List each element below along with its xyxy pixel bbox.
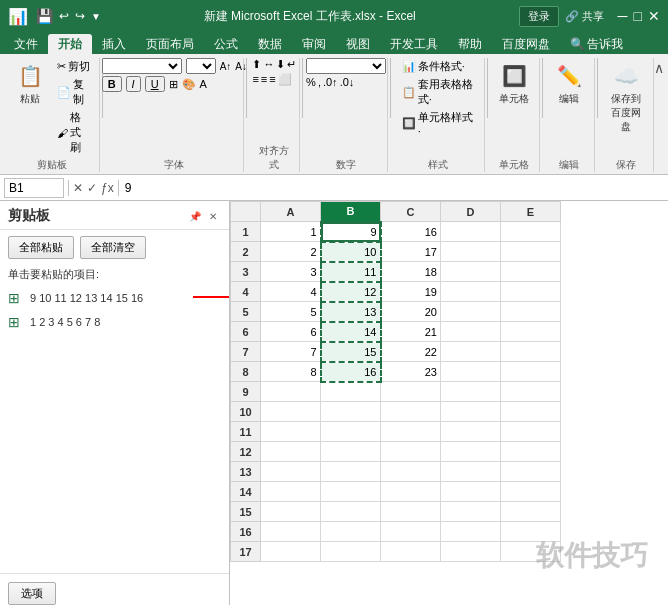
cell[interactable] — [501, 222, 561, 242]
number-format-select[interactable] — [306, 58, 386, 74]
table-style-btn[interactable]: 📋套用表格格式· — [399, 76, 478, 108]
cut-button[interactable]: ✂剪切 — [54, 58, 93, 75]
cell[interactable] — [501, 482, 561, 502]
toolbar-more[interactable]: ▼ — [91, 11, 101, 22]
align-bottom-btn[interactable]: ⬇ — [276, 58, 285, 71]
cell[interactable] — [441, 462, 501, 482]
paste-button[interactable]: 📋 粘贴 — [10, 58, 50, 108]
save-to-baidu-btn[interactable]: ☁️ 保存到 百度网盘 — [605, 58, 647, 136]
cell[interactable]: 15 — [321, 342, 381, 362]
align-center-btn[interactable]: ≡ — [261, 73, 267, 86]
cell[interactable] — [261, 462, 321, 482]
bold-btn[interactable]: B — [102, 76, 122, 92]
cell[interactable] — [261, 522, 321, 542]
cell[interactable] — [321, 422, 381, 442]
row-header-7[interactable]: 7 — [231, 342, 261, 362]
insert-function-btn[interactable]: ƒx — [101, 181, 114, 195]
cell[interactable]: 2 — [261, 242, 321, 262]
cell[interactable]: 18 — [381, 262, 441, 282]
row-header-9[interactable]: 9 — [231, 382, 261, 402]
cell[interactable] — [441, 362, 501, 382]
options-button[interactable]: 选项 — [8, 582, 56, 605]
cell[interactable] — [441, 342, 501, 362]
cell[interactable] — [501, 502, 561, 522]
decrease-decimal-btn[interactable]: .0↓ — [340, 76, 355, 88]
cell[interactable] — [321, 522, 381, 542]
cell[interactable] — [321, 402, 381, 422]
align-right-btn[interactable]: ≡ — [269, 73, 275, 86]
tab-file[interactable]: 文件 — [4, 34, 48, 54]
clipboard-pin-btn[interactable]: 📌 — [187, 208, 203, 224]
tab-view[interactable]: 视图 — [336, 34, 380, 54]
cell[interactable] — [441, 502, 501, 522]
cell[interactable]: 7 — [261, 342, 321, 362]
cells-btn[interactable]: 🔲 单元格 — [494, 58, 534, 108]
cell[interactable] — [441, 402, 501, 422]
cell[interactable]: 9 — [321, 222, 381, 242]
underline-btn[interactable]: U — [145, 76, 165, 92]
cell-style-btn[interactable]: 🔲单元格样式· — [399, 109, 478, 138]
cell[interactable]: 23 — [381, 362, 441, 382]
cell[interactable] — [261, 382, 321, 402]
spreadsheet[interactable]: A B C D E 119162210173311184412195513206… — [230, 201, 668, 605]
cell[interactable] — [441, 282, 501, 302]
copy-button[interactable]: 📄复制 — [54, 76, 93, 108]
row-header-4[interactable]: 4 — [231, 282, 261, 302]
col-header-c[interactable]: C — [381, 202, 441, 222]
cell[interactable]: 21 — [381, 322, 441, 342]
comma-btn[interactable]: , — [318, 76, 321, 88]
tab-help[interactable]: 帮助 — [448, 34, 492, 54]
cell[interactable] — [381, 382, 441, 402]
col-header-e[interactable]: E — [501, 202, 561, 222]
row-header-17[interactable]: 17 — [231, 542, 261, 562]
cell[interactable] — [441, 482, 501, 502]
cell[interactable] — [441, 542, 501, 562]
row-header-1[interactable]: 1 — [231, 222, 261, 242]
cell[interactable] — [321, 542, 381, 562]
confirm-formula-btn[interactable]: ✓ — [87, 181, 97, 195]
decrease-font-btn[interactable]: A↓ — [235, 61, 247, 72]
redo-btn[interactable]: ↪ — [75, 9, 85, 23]
tab-page-layout[interactable]: 页面布局 — [136, 34, 204, 54]
cell[interactable] — [441, 242, 501, 262]
cell[interactable] — [501, 422, 561, 442]
cell[interactable] — [261, 442, 321, 462]
tab-developer[interactable]: 开发工具 — [380, 34, 448, 54]
row-header-15[interactable]: 15 — [231, 502, 261, 522]
cancel-formula-btn[interactable]: ✕ — [73, 181, 83, 195]
cell[interactable] — [321, 462, 381, 482]
increase-decimal-btn[interactable]: .0↑ — [323, 76, 338, 88]
cell[interactable] — [501, 542, 561, 562]
cell[interactable] — [501, 242, 561, 262]
cell[interactable] — [501, 462, 561, 482]
cell[interactable] — [441, 442, 501, 462]
cell[interactable]: 16 — [381, 222, 441, 242]
cell[interactable] — [501, 402, 561, 422]
tab-baidu[interactable]: 百度网盘 — [492, 34, 560, 54]
cell[interactable] — [261, 542, 321, 562]
cell[interactable] — [381, 462, 441, 482]
cell[interactable]: 11 — [321, 262, 381, 282]
row-header-13[interactable]: 13 — [231, 462, 261, 482]
tab-tell-me[interactable]: 🔍告诉我 — [560, 34, 633, 54]
ribbon-collapse-btn[interactable]: ∧ — [654, 60, 664, 76]
cell[interactable] — [381, 402, 441, 422]
cell[interactable] — [441, 262, 501, 282]
row-header-3[interactable]: 3 — [231, 262, 261, 282]
paste-all-button[interactable]: 全部粘贴 — [8, 236, 74, 259]
cell[interactable]: 19 — [381, 282, 441, 302]
percent-btn[interactable]: % — [306, 76, 316, 88]
conditional-format-btn[interactable]: 📊条件格式· — [399, 58, 468, 75]
col-header-a[interactable]: A — [261, 202, 321, 222]
clear-all-button[interactable]: 全部清空 — [80, 236, 146, 259]
wrap-text-btn[interactable]: ↵ — [287, 58, 296, 71]
font-name-select[interactable] — [102, 58, 182, 74]
cell[interactable] — [381, 422, 441, 442]
cell[interactable]: 4 — [261, 282, 321, 302]
cell[interactable] — [501, 322, 561, 342]
row-header-11[interactable]: 11 — [231, 422, 261, 442]
clipboard-item-1[interactable]: ⊞ 9 10 11 12 13 14 15 16 — [4, 286, 225, 310]
maximize-btn[interactable]: □ — [634, 8, 642, 24]
cell[interactable]: 3 — [261, 262, 321, 282]
format-painter-button[interactable]: 🖌格式刷 — [54, 109, 93, 156]
